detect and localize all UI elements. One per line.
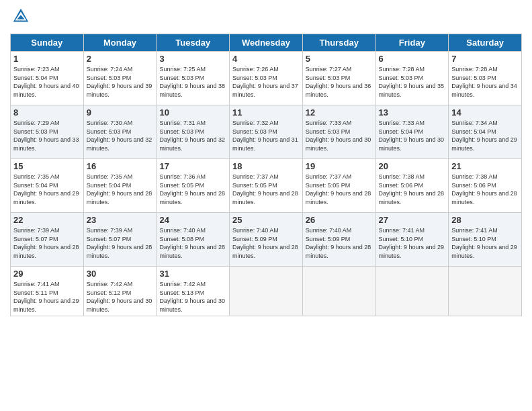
day-info: Sunrise: 7:38 AM Sunset: 5:06 PM Dayligh… xyxy=(451,173,519,206)
logo xyxy=(10,7,33,28)
day-header-thursday: Thursday xyxy=(302,34,375,52)
day-header-sunday: Sunday xyxy=(11,34,84,52)
header xyxy=(10,7,522,28)
calendar-cell: 17 Sunrise: 7:36 AM Sunset: 5:05 PM Dayl… xyxy=(157,159,230,213)
calendar-cell: 3 Sunrise: 7:25 AM Sunset: 5:03 PM Dayli… xyxy=(157,52,230,105)
day-number: 3 xyxy=(159,54,226,64)
day-number: 12 xyxy=(306,107,373,118)
day-number: 10 xyxy=(159,107,226,118)
day-info: Sunrise: 7:42 AM Sunset: 5:13 PM Dayligh… xyxy=(159,280,226,314)
calendar-cell: 25 Sunrise: 7:40 AM Sunset: 5:09 PM Dayl… xyxy=(230,213,303,267)
day-info: Sunrise: 7:41 AM Sunset: 5:11 PM Dayligh… xyxy=(13,280,81,314)
day-info: Sunrise: 7:23 AM Sunset: 5:04 PM Dayligh… xyxy=(13,65,81,99)
day-info: Sunrise: 7:37 AM Sunset: 5:05 PM Dayligh… xyxy=(306,173,373,206)
day-number: 1 xyxy=(13,54,81,64)
day-info: Sunrise: 7:27 AM Sunset: 5:03 PM Dayligh… xyxy=(306,65,373,99)
day-number: 28 xyxy=(451,215,519,225)
day-number: 20 xyxy=(379,161,446,171)
day-info: Sunrise: 7:42 AM Sunset: 5:12 PM Dayligh… xyxy=(87,280,154,314)
calendar-cell: 27 Sunrise: 7:41 AM Sunset: 5:10 PM Dayl… xyxy=(375,213,449,267)
day-info: Sunrise: 7:36 AM Sunset: 5:05 PM Dayligh… xyxy=(159,173,226,206)
day-info: Sunrise: 7:40 AM Sunset: 5:08 PM Dayligh… xyxy=(159,226,226,260)
day-info: Sunrise: 7:28 AM Sunset: 5:03 PM Dayligh… xyxy=(379,65,446,99)
day-header-tuesday: Tuesday xyxy=(157,34,230,52)
calendar-cell: 8 Sunrise: 7:29 AM Sunset: 5:03 PM Dayli… xyxy=(11,105,84,159)
calendar-cell: 29 Sunrise: 7:41 AM Sunset: 5:11 PM Dayl… xyxy=(11,267,84,316)
day-number: 27 xyxy=(379,215,446,225)
day-info: Sunrise: 7:40 AM Sunset: 5:09 PM Dayligh… xyxy=(306,226,373,260)
calendar-table: SundayMondayTuesdayWednesdayThursdayFrid… xyxy=(10,34,522,316)
day-info: Sunrise: 7:25 AM Sunset: 5:03 PM Dayligh… xyxy=(159,65,226,99)
calendar-cell: 18 Sunrise: 7:37 AM Sunset: 5:05 PM Dayl… xyxy=(230,159,303,213)
calendar-cell: 2 Sunrise: 7:24 AM Sunset: 5:03 PM Dayli… xyxy=(83,52,157,105)
day-info: Sunrise: 7:34 AM Sunset: 5:04 PM Dayligh… xyxy=(451,119,519,152)
calendar-cell: 6 Sunrise: 7:28 AM Sunset: 5:03 PM Dayli… xyxy=(375,52,449,105)
day-number: 31 xyxy=(159,269,226,279)
calendar-cell: 30 Sunrise: 7:42 AM Sunset: 5:12 PM Dayl… xyxy=(83,267,157,316)
day-info: Sunrise: 7:38 AM Sunset: 5:06 PM Dayligh… xyxy=(379,173,446,206)
day-number: 25 xyxy=(232,215,300,225)
logo-icon xyxy=(11,7,30,26)
day-header-monday: Monday xyxy=(83,34,157,52)
day-number: 11 xyxy=(232,107,300,118)
day-number: 18 xyxy=(232,161,300,171)
calendar-cell: 11 Sunrise: 7:32 AM Sunset: 5:03 PM Dayl… xyxy=(230,105,303,159)
day-number: 21 xyxy=(451,161,519,171)
day-info: Sunrise: 7:29 AM Sunset: 5:03 PM Dayligh… xyxy=(13,119,81,152)
day-number: 22 xyxy=(13,215,81,225)
day-info: Sunrise: 7:33 AM Sunset: 5:04 PM Dayligh… xyxy=(379,119,446,152)
calendar-cell: 4 Sunrise: 7:26 AM Sunset: 5:03 PM Dayli… xyxy=(230,52,303,105)
calendar-cell: 10 Sunrise: 7:31 AM Sunset: 5:03 PM Dayl… xyxy=(157,105,230,159)
calendar-cell: 9 Sunrise: 7:30 AM Sunset: 5:03 PM Dayli… xyxy=(83,105,157,159)
calendar-cell: 7 Sunrise: 7:28 AM Sunset: 5:03 PM Dayli… xyxy=(449,52,522,105)
day-number: 23 xyxy=(87,215,154,225)
day-info: Sunrise: 7:30 AM Sunset: 5:03 PM Dayligh… xyxy=(87,119,154,152)
calendar-cell: 26 Sunrise: 7:40 AM Sunset: 5:09 PM Dayl… xyxy=(302,213,375,267)
day-info: Sunrise: 7:31 AM Sunset: 5:03 PM Dayligh… xyxy=(159,119,226,152)
calendar-cell: 23 Sunrise: 7:39 AM Sunset: 5:07 PM Dayl… xyxy=(83,213,157,267)
day-number: 9 xyxy=(87,107,154,118)
day-info: Sunrise: 7:39 AM Sunset: 5:07 PM Dayligh… xyxy=(13,226,81,260)
day-info: Sunrise: 7:24 AM Sunset: 5:03 PM Dayligh… xyxy=(87,65,154,99)
calendar-cell xyxy=(449,267,522,316)
calendar-cell: 20 Sunrise: 7:38 AM Sunset: 5:06 PM Dayl… xyxy=(375,159,449,213)
day-number: 13 xyxy=(379,107,446,118)
day-info: Sunrise: 7:28 AM Sunset: 5:03 PM Dayligh… xyxy=(451,65,519,99)
day-number: 8 xyxy=(13,107,81,118)
day-info: Sunrise: 7:32 AM Sunset: 5:03 PM Dayligh… xyxy=(232,119,300,152)
day-number: 24 xyxy=(159,215,226,225)
calendar-cell: 15 Sunrise: 7:35 AM Sunset: 5:04 PM Dayl… xyxy=(11,159,84,213)
day-info: Sunrise: 7:41 AM Sunset: 5:10 PM Dayligh… xyxy=(379,226,446,260)
day-number: 14 xyxy=(451,107,519,118)
calendar-cell: 14 Sunrise: 7:34 AM Sunset: 5:04 PM Dayl… xyxy=(449,105,522,159)
day-number: 26 xyxy=(306,215,373,225)
day-info: Sunrise: 7:26 AM Sunset: 5:03 PM Dayligh… xyxy=(232,65,300,99)
day-number: 5 xyxy=(306,54,373,64)
calendar-header-row: SundayMondayTuesdayWednesdayThursdayFrid… xyxy=(11,34,522,52)
day-number: 6 xyxy=(379,54,446,64)
calendar-container: SundayMondayTuesdayWednesdayThursdayFrid… xyxy=(0,0,532,411)
day-number: 4 xyxy=(232,54,300,64)
day-number: 19 xyxy=(306,161,373,171)
calendar-cell: 1 Sunrise: 7:23 AM Sunset: 5:04 PM Dayli… xyxy=(11,52,84,105)
calendar-cell: 28 Sunrise: 7:41 AM Sunset: 5:10 PM Dayl… xyxy=(449,213,522,267)
day-number: 15 xyxy=(13,161,81,171)
calendar-cell: 12 Sunrise: 7:33 AM Sunset: 5:03 PM Dayl… xyxy=(302,105,375,159)
day-info: Sunrise: 7:39 AM Sunset: 5:07 PM Dayligh… xyxy=(87,226,154,260)
day-info: Sunrise: 7:40 AM Sunset: 5:09 PM Dayligh… xyxy=(232,226,300,260)
calendar-cell: 16 Sunrise: 7:35 AM Sunset: 5:04 PM Dayl… xyxy=(83,159,157,213)
calendar-cell: 21 Sunrise: 7:38 AM Sunset: 5:06 PM Dayl… xyxy=(449,159,522,213)
day-info: Sunrise: 7:35 AM Sunset: 5:04 PM Dayligh… xyxy=(13,173,81,206)
day-info: Sunrise: 7:33 AM Sunset: 5:03 PM Dayligh… xyxy=(306,119,373,152)
calendar-cell xyxy=(375,267,449,316)
calendar-cell xyxy=(230,267,303,316)
calendar-cell: 24 Sunrise: 7:40 AM Sunset: 5:08 PM Dayl… xyxy=(157,213,230,267)
calendar-cell: 31 Sunrise: 7:42 AM Sunset: 5:13 PM Dayl… xyxy=(157,267,230,316)
day-header-wednesday: Wednesday xyxy=(230,34,303,52)
day-header-friday: Friday xyxy=(375,34,449,52)
calendar-cell: 5 Sunrise: 7:27 AM Sunset: 5:03 PM Dayli… xyxy=(302,52,375,105)
day-header-saturday: Saturday xyxy=(449,34,522,52)
calendar-cell xyxy=(302,267,375,316)
day-number: 7 xyxy=(451,54,519,64)
calendar-cell: 13 Sunrise: 7:33 AM Sunset: 5:04 PM Dayl… xyxy=(375,105,449,159)
